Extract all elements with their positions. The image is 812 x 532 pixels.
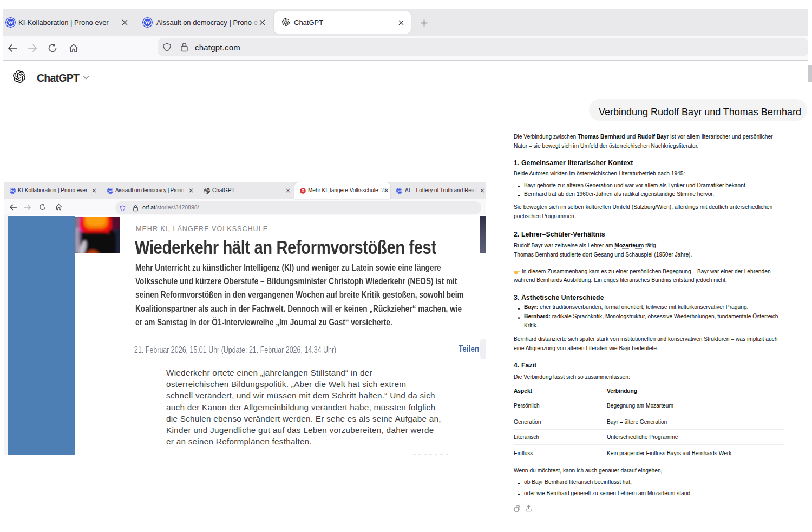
svg-text:W: W — [108, 188, 112, 192]
svg-text:W: W — [11, 188, 15, 192]
svg-text:W: W — [397, 188, 401, 192]
svg-text:W: W — [8, 19, 14, 25]
svg-text:W: W — [145, 19, 150, 25]
